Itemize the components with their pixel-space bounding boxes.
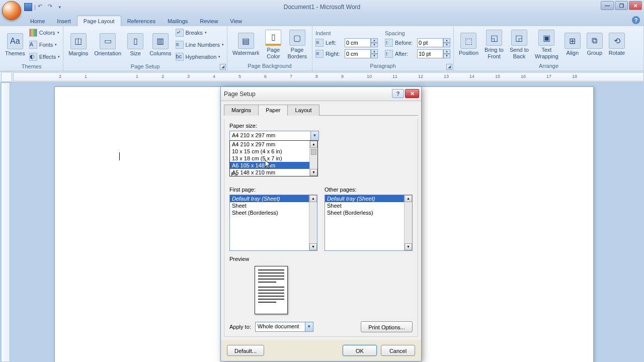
tab-view[interactable]: View [224, 16, 248, 26]
tab-selector[interactable] [1, 72, 12, 82]
scroll-thumb[interactable] [311, 149, 316, 155]
margins-button[interactable]: ◫Margins [66, 32, 90, 57]
scroll-down-icon[interactable]: ▼ [405, 243, 412, 250]
spin-down-icon[interactable]: ▼ [443, 43, 450, 47]
indent-left-input[interactable]: ▲▼ [345, 38, 378, 47]
breaks-button[interactable]: ⤶Breaks▾ [176, 27, 224, 38]
colors-button[interactable]: Colors▾ [29, 27, 60, 38]
help-icon[interactable]: ? [632, 16, 640, 24]
orientation-button[interactable]: ▭Orientation [92, 32, 123, 57]
spin-down-icon[interactable]: ▼ [371, 43, 378, 47]
qat-dropdown-icon[interactable]: ▼ [58, 5, 62, 10]
list-item[interactable]: Sheet (Borderless) [230, 209, 317, 216]
bring-to-front-button[interactable]: ◱Bring to Front [482, 29, 506, 60]
minimize-button[interactable]: — [601, 1, 614, 10]
fonts-button[interactable]: AFonts▾ [29, 39, 60, 50]
listbox-scrollbar[interactable]: ▲▼ [309, 195, 317, 250]
watermark-button[interactable]: ▤Watermark [230, 32, 261, 57]
dialog-titlebar[interactable]: Page Setup ? ✕ [221, 87, 421, 101]
themes-button[interactable]: Aa Themes [3, 32, 27, 57]
dialog-tabs: Margins Paper Layout [224, 104, 418, 116]
chevron-down-icon[interactable]: ▼ [310, 131, 318, 140]
dialog-tab-layout[interactable]: Layout [287, 105, 319, 116]
indent-label: Indent [315, 30, 378, 36]
tab-mailings[interactable]: Mailings [162, 16, 194, 26]
columns-button[interactable]: ▥Columns [147, 32, 173, 57]
apply-to-combo[interactable]: Whole document ▼ [255, 322, 313, 332]
dialog-tab-margins[interactable]: Margins [224, 105, 259, 116]
indent-left-icon: ≡ [315, 39, 324, 47]
list-item[interactable]: Sheet [325, 202, 412, 209]
default-button[interactable]: Default... [227, 345, 264, 356]
spin-up-icon[interactable]: ▲ [371, 38, 378, 43]
paper-size-combo[interactable]: A4 210 x 297 mm ▼ [229, 131, 319, 141]
spin-down-icon[interactable]: ▼ [443, 54, 450, 58]
dialog-tab-paper[interactable]: Paper [258, 105, 288, 116]
line-numbers-button[interactable]: ≡Line Numbers▾ [176, 39, 224, 50]
tab-insert[interactable]: Insert [51, 16, 77, 26]
text-wrap-icon: ▣ [538, 30, 554, 46]
scroll-down-icon[interactable]: ▼ [309, 243, 317, 250]
tab-references[interactable]: References [121, 16, 162, 26]
scroll-down-icon[interactable]: ▼ [310, 169, 317, 176]
dropdown-scrollbar[interactable]: ▲ ▼ [309, 141, 317, 176]
scroll-up-icon[interactable]: ▲ [405, 195, 412, 202]
dropdown-item[interactable]: 10 x 15 cm (4 x 6 in) [230, 148, 317, 155]
chevron-down-icon[interactable]: ▼ [305, 322, 313, 331]
position-button[interactable]: ⬚Position [457, 32, 480, 57]
dropdown-item[interactable]: 13 x 18 cm (5 x 7 in) [230, 155, 317, 162]
other-pages-listbox[interactable]: Default tray (Sheet) Sheet Sheet (Border… [325, 195, 413, 251]
dropdown-item[interactable]: A6 105 x 148 mm [230, 162, 317, 169]
spin-up-icon[interactable]: ▲ [371, 49, 378, 54]
print-options-button[interactable]: Print Options... [361, 321, 413, 332]
indent-right-input[interactable]: ▲▼ [345, 49, 378, 58]
maximize-button[interactable]: ❐ [615, 1, 628, 10]
text-wrapping-button[interactable]: ▣Text Wrapping [533, 29, 560, 60]
horizontal-ruler[interactable]: 21123456789101112131415161718 [13, 72, 644, 81]
ruler-tick: 5 [238, 74, 241, 79]
space-before-input[interactable]: ▲▼ [417, 38, 450, 47]
space-after-input[interactable]: ▲▼ [417, 49, 450, 58]
dropdown-item[interactable]: A4 210 x 297 mm [230, 141, 317, 148]
paragraph-launcher[interactable]: ◢ [446, 64, 452, 70]
scroll-up-icon[interactable]: ▲ [309, 195, 317, 202]
tab-page-layout[interactable]: Page Layout [77, 16, 121, 26]
list-item[interactable]: Sheet [230, 202, 317, 209]
close-button[interactable]: ✕ [629, 1, 642, 10]
group-button[interactable]: ⧉Group [585, 32, 605, 57]
list-item[interactable]: Default tray (Sheet) [325, 195, 412, 202]
ruler-tick: 8 [315, 74, 318, 79]
office-button[interactable] [2, 1, 21, 20]
spin-up-icon[interactable]: ▲ [443, 49, 450, 54]
cancel-button[interactable]: Cancel [381, 345, 415, 356]
vertical-ruler[interactable] [1, 82, 10, 362]
ruler-tick: 17 [546, 74, 551, 79]
dialog-close-button[interactable]: ✕ [405, 89, 419, 98]
tab-review[interactable]: Review [194, 16, 224, 26]
effects-button[interactable]: ◐Effects▾ [29, 51, 60, 62]
size-button[interactable]: ▯Size [125, 32, 145, 57]
other-pages-label: Other pages: [325, 187, 413, 193]
align-button[interactable]: ⊞Align [562, 32, 583, 57]
list-item[interactable]: Default tray (Sheet) [230, 195, 317, 202]
listbox-scrollbar[interactable]: ▲▼ [404, 195, 412, 250]
save-icon[interactable] [24, 3, 32, 11]
dialog-help-button[interactable]: ? [392, 89, 404, 98]
undo-icon[interactable]: ↶ [38, 3, 46, 11]
tab-home[interactable]: Home [24, 16, 51, 26]
spin-down-icon[interactable]: ▼ [371, 54, 378, 58]
redo-icon[interactable]: ↷ [48, 3, 56, 11]
hyphenation-button[interactable]: bcHyphenation▾ [176, 51, 224, 62]
scroll-up-icon[interactable]: ▲ [310, 141, 317, 148]
send-to-back-button[interactable]: ◲Send to Back [508, 29, 531, 60]
rotate-button[interactable]: ⟲Rotate [607, 32, 627, 57]
spin-up-icon[interactable]: ▲ [443, 38, 450, 43]
dropdown-item[interactable]: A5 148 x 210 mm [230, 169, 317, 176]
page-color-button[interactable]: ▯Page Color [263, 29, 283, 60]
page-setup-launcher[interactable]: ◢ [220, 64, 226, 70]
page-borders-button[interactable]: ▢Page Borders [285, 29, 309, 60]
ok-button[interactable]: OK [343, 345, 377, 356]
first-page-listbox[interactable]: Default tray (Sheet) Sheet Sheet (Border… [229, 195, 317, 251]
list-item[interactable]: Sheet (Borderless) [325, 209, 412, 216]
ruler-tick: 15 [495, 74, 500, 79]
